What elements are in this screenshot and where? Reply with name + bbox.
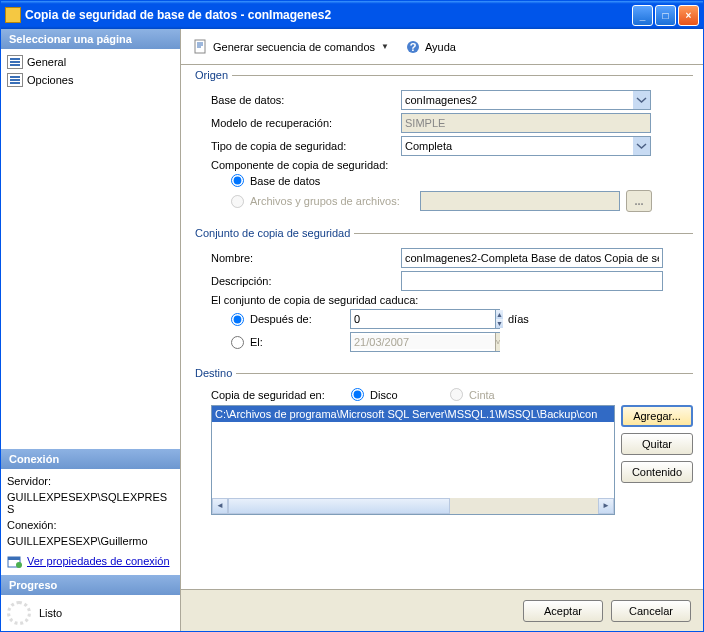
dest-tape-label: Cinta	[469, 389, 659, 401]
backup-type-select[interactable]: Completa	[401, 136, 651, 156]
maximize-button[interactable]: □	[655, 5, 676, 26]
files-field	[420, 191, 620, 211]
ok-button[interactable]: Aceptar	[523, 600, 603, 622]
minimize-button[interactable]: _	[632, 5, 653, 26]
backup-type-label: Tipo de copia de seguridad:	[211, 140, 401, 152]
recovery-model-label: Modelo de recuperación:	[211, 117, 401, 129]
database-label: Base de datos:	[211, 94, 401, 106]
dialog-footer: Aceptar Cancelar	[181, 589, 703, 631]
expire-after-radio[interactable]	[231, 313, 244, 326]
sidebar-item-opciones[interactable]: Opciones	[7, 71, 174, 89]
description-field[interactable]	[401, 271, 663, 291]
help-icon: ?	[405, 39, 421, 55]
component-database-label: Base de datos	[250, 175, 320, 187]
connection-label: Conexión:	[7, 519, 174, 531]
scroll-right-icon[interactable]: ►	[598, 498, 614, 514]
server-label: Servidor:	[7, 475, 174, 487]
component-label: Componente de copia de seguridad:	[211, 159, 388, 171]
expire-label: El conjunto de copia de seguridad caduca…	[211, 294, 418, 306]
main-panel: Generar secuencia de comandos ▼ ? Ayuda …	[181, 29, 703, 631]
days-label: días	[508, 313, 529, 325]
spin-up-icon[interactable]: ▲	[495, 310, 503, 319]
backup-set-group: Conjunto de copia de seguridad Nombre: D…	[191, 227, 693, 363]
add-button[interactable]: Agregar...	[621, 405, 693, 427]
script-icon	[193, 39, 209, 55]
progress-spinner-icon	[7, 601, 31, 625]
toolbar: Generar secuencia de comandos ▼ ? Ayuda	[181, 29, 703, 65]
connection-value: GUILLEXPESEXP\Guillermo	[7, 535, 174, 547]
dest-disk-radio[interactable]	[351, 388, 364, 401]
destination-group: Destino Copia de seguridad en: Disco Cin…	[191, 367, 693, 523]
description-label: Descripción:	[211, 275, 401, 287]
scroll-left-icon[interactable]: ◄	[212, 498, 228, 514]
destination-item[interactable]: C:\Archivos de programa\Microsoft SQL Se…	[212, 406, 614, 422]
sidebar-item-label: General	[27, 56, 66, 68]
component-files-label: Archivos y grupos de archivos:	[250, 195, 420, 207]
origin-group: Origen Base de datos: conImagenes2 Model…	[191, 69, 693, 223]
destination-legend: Destino	[191, 367, 236, 379]
svg-point-2	[16, 562, 22, 568]
calendar-dropdown-icon: v	[495, 333, 500, 351]
expire-on-label: El:	[250, 336, 350, 348]
page-icon	[7, 55, 23, 69]
properties-icon	[7, 553, 23, 569]
contents-button[interactable]: Contenido	[621, 461, 693, 483]
name-field[interactable]	[401, 248, 663, 268]
files-browse-button: ...	[626, 190, 652, 212]
expire-after-label: Después de:	[250, 313, 350, 325]
progress-header: Progreso	[1, 575, 180, 595]
view-connection-props-link[interactable]: Ver propiedades de conexión	[7, 553, 174, 569]
close-button[interactable]: ×	[678, 5, 699, 26]
app-icon	[5, 7, 21, 23]
server-value: GUILLEXPESEXP\SQLEXPRESS	[7, 491, 174, 515]
sidebar-item-label: Opciones	[27, 74, 73, 86]
destination-listbox[interactable]: C:\Archivos de programa\Microsoft SQL Se…	[211, 405, 615, 515]
spin-down-icon[interactable]: ▼	[495, 319, 503, 328]
svg-rect-1	[8, 557, 20, 560]
connection-header: Conexión	[1, 449, 180, 469]
backup-to-label: Copia de seguridad en:	[211, 389, 351, 401]
dest-disk-label: Disco	[370, 389, 450, 401]
dialog-window: Copia de seguridad de base de datos - co…	[0, 0, 704, 632]
expire-on-radio[interactable]	[231, 336, 244, 349]
scroll-thumb[interactable]	[228, 498, 450, 514]
name-label: Nombre:	[211, 252, 401, 264]
help-button[interactable]: ? Ayuda	[399, 36, 462, 58]
expire-days-stepper[interactable]: ▲▼	[350, 309, 500, 329]
component-database-radio[interactable]	[231, 174, 244, 187]
backup-set-legend: Conjunto de copia de seguridad	[191, 227, 354, 239]
origin-legend: Origen	[191, 69, 232, 81]
nav-header: Seleccionar una página	[1, 29, 180, 49]
dropdown-arrow-icon: ▼	[381, 42, 389, 51]
page-icon	[7, 73, 23, 87]
expire-date-field: v	[350, 332, 500, 352]
remove-button[interactable]: Quitar	[621, 433, 693, 455]
expire-days-input[interactable]	[351, 310, 495, 328]
recovery-model-field	[401, 113, 651, 133]
script-button[interactable]: Generar secuencia de comandos ▼	[187, 36, 395, 58]
horizontal-scrollbar[interactable]: ◄ ►	[212, 498, 614, 514]
progress-status: Listo	[39, 607, 62, 619]
dest-tape-radio	[450, 388, 463, 401]
cancel-button[interactable]: Cancelar	[611, 600, 691, 622]
component-files-radio	[231, 195, 244, 208]
window-title: Copia de seguridad de base de datos - co…	[25, 8, 632, 22]
svg-text:?: ?	[410, 41, 417, 53]
database-select[interactable]: conImagenes2	[401, 90, 651, 110]
title-bar[interactable]: Copia de seguridad de base de datos - co…	[1, 1, 703, 29]
sidebar: Seleccionar una página General Opciones …	[1, 29, 181, 631]
sidebar-item-general[interactable]: General	[7, 53, 174, 71]
